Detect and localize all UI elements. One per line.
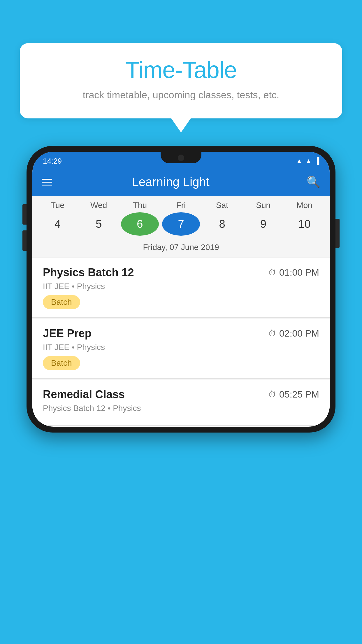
day-headers: Tue Wed Thu Fri Sat Sun Mon xyxy=(32,201,330,210)
schedule-item-jee-prep[interactable]: JEE Prep ⏱ 02:00 PM IIT JEE • Physics Ba… xyxy=(32,319,330,379)
schedule-time-value-2: 02:00 PM xyxy=(279,328,319,339)
day-header-mon: Mon xyxy=(285,201,323,210)
phone-screen: 14:29 ▲ ▲ ▐ Learning Light 🔍 xyxy=(32,152,330,427)
day-10[interactable]: 10 xyxy=(285,212,323,236)
battery-icon: ▐ xyxy=(314,157,319,165)
schedule-item-remedial-class[interactable]: Remedial Class ⏱ 05:25 PM Physics Batch … xyxy=(32,380,330,426)
schedule-item-header-1: Physics Batch 12 ⏱ 01:00 PM xyxy=(43,266,319,279)
schedule-title-1: Physics Batch 12 xyxy=(43,266,134,279)
schedule-title-2: JEE Prep xyxy=(43,327,92,340)
schedule-subtitle-1: IIT JEE • Physics xyxy=(43,282,319,291)
day-6-today[interactable]: 6 xyxy=(121,212,159,236)
day-4[interactable]: 4 xyxy=(39,212,77,236)
tooltip-card: Time-Table track timetable, upcoming cla… xyxy=(20,43,342,118)
tooltip-subtitle: track timetable, upcoming classes, tests… xyxy=(37,88,325,102)
schedule-time-3: ⏱ 05:25 PM xyxy=(268,389,319,400)
phone-camera xyxy=(178,155,184,161)
day-header-thu: Thu xyxy=(121,201,159,210)
batch-badge-2: Batch xyxy=(43,356,80,370)
schedule-time-2: ⏱ 02:00 PM xyxy=(268,328,319,339)
schedule-subtitle-2: IIT JEE • Physics xyxy=(43,343,319,352)
selected-date-label: Friday, 07 June 2019 xyxy=(32,240,330,257)
day-5[interactable]: 5 xyxy=(80,212,118,236)
clock-icon-3: ⏱ xyxy=(268,390,276,399)
day-9[interactable]: 9 xyxy=(244,212,282,236)
day-8[interactable]: 8 xyxy=(203,212,241,236)
status-icons: ▲ ▲ ▐ xyxy=(296,157,319,165)
phone-frame: 14:29 ▲ ▲ ▐ Learning Light 🔍 xyxy=(27,146,335,433)
calendar-strip: Tue Wed Thu Fri Sat Sun Mon 4 5 6 7 8 9 … xyxy=(32,196,330,257)
schedule-subtitle-3: Physics Batch 12 • Physics xyxy=(43,404,319,413)
day-header-wed: Wed xyxy=(80,201,118,210)
schedule-time-value-1: 01:00 PM xyxy=(279,267,319,278)
schedule-time-value-3: 05:25 PM xyxy=(279,389,319,400)
tooltip-title: Time-Table xyxy=(37,57,325,83)
day-header-tue: Tue xyxy=(39,201,77,210)
clock-icon-2: ⏱ xyxy=(268,329,276,338)
volume-button-2 xyxy=(22,230,27,251)
batch-badge-1: Batch xyxy=(43,295,80,309)
day-numbers: 4 5 6 7 8 9 10 xyxy=(32,210,330,240)
signal-icon: ▲ xyxy=(305,157,312,165)
phone-notch xyxy=(161,152,201,163)
day-header-sat: Sat xyxy=(203,201,241,210)
power-button xyxy=(335,219,340,248)
wifi-icon: ▲ xyxy=(296,157,303,165)
volume-button-1 xyxy=(22,204,27,225)
schedule-title-3: Remedial Class xyxy=(43,388,125,401)
day-7-selected[interactable]: 7 xyxy=(162,212,200,236)
schedule-item-physics-batch-12[interactable]: Physics Batch 12 ⏱ 01:00 PM IIT JEE • Ph… xyxy=(32,258,330,318)
schedule-time-1: ⏱ 01:00 PM xyxy=(268,267,319,278)
day-header-sun: Sun xyxy=(244,201,282,210)
schedule-item-header-2: JEE Prep ⏱ 02:00 PM xyxy=(43,327,319,340)
phone-wrapper: 14:29 ▲ ▲ ▐ Learning Light 🔍 xyxy=(27,146,335,433)
status-time: 14:29 xyxy=(43,157,62,166)
clock-icon-1: ⏱ xyxy=(268,268,276,277)
app-bar: Learning Light 🔍 xyxy=(32,168,330,196)
schedule-item-header-3: Remedial Class ⏱ 05:25 PM xyxy=(43,388,319,401)
search-button[interactable]: 🔍 xyxy=(307,176,320,188)
schedule-list: Physics Batch 12 ⏱ 01:00 PM IIT JEE • Ph… xyxy=(32,258,330,426)
app-bar-title: Learning Light xyxy=(35,175,307,189)
day-header-fri: Fri xyxy=(162,201,200,210)
